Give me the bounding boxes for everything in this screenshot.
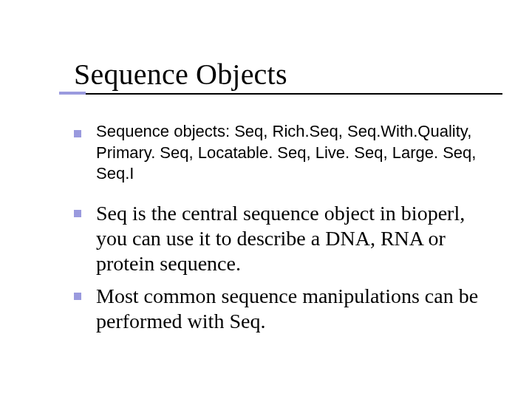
bullet-text: Sequence objects: Seq, Rich.Seq, Seq.Wit… bbox=[96, 121, 480, 185]
slide: Sequence Objects Sequence objects: Seq, … bbox=[0, 0, 532, 399]
slide-title: Sequence Objects bbox=[74, 59, 488, 90]
bullet-text: Most common sequence manipulations can b… bbox=[96, 284, 480, 334]
bullet-text: Seq is the central sequence object in bi… bbox=[96, 201, 480, 276]
title-underline bbox=[86, 93, 502, 95]
title-row: Sequence Objects bbox=[74, 59, 488, 90]
bullet-list: Sequence objects: Seq, Rich.Seq, Seq.Wit… bbox=[74, 121, 488, 335]
title-accent-bar bbox=[59, 92, 86, 95]
list-item: Most common sequence manipulations can b… bbox=[74, 284, 480, 334]
list-item: Sequence objects: Seq, Rich.Seq, Seq.Wit… bbox=[74, 121, 480, 185]
list-item: Seq is the central sequence object in bi… bbox=[74, 201, 480, 276]
square-bullet-icon bbox=[74, 210, 81, 217]
square-bullet-icon bbox=[74, 293, 81, 300]
square-bullet-icon bbox=[74, 130, 81, 137]
